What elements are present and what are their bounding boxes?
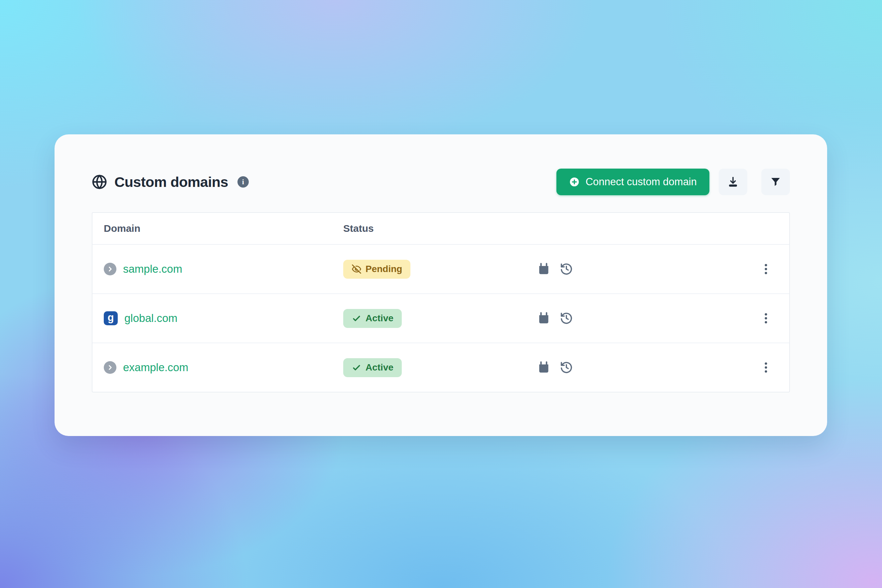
domain-cell: g global.com (104, 311, 343, 325)
domains-table: Domain Status sample.com (92, 212, 790, 393)
domain-cell: example.com (104, 361, 343, 374)
status-badge-label: Pending (366, 264, 402, 274)
status-cell: Active (343, 309, 537, 328)
table-row-global: g global.com Active (93, 293, 789, 342)
check-icon (351, 313, 362, 323)
info-icon[interactable]: i (237, 176, 249, 188)
chevron-right-circle-icon[interactable] (104, 263, 116, 275)
plus-circle-icon (569, 177, 580, 187)
status-badge: Pending (343, 260, 410, 279)
row-menu (754, 262, 778, 276)
status-badge-label: Active (366, 313, 393, 324)
page-title: Custom domains (114, 174, 228, 190)
history-icon[interactable] (560, 361, 573, 374)
domain-link[interactable]: sample.com (123, 263, 182, 275)
status-badge: Active (343, 358, 402, 377)
status-cell: Pending (343, 260, 537, 279)
header-actions: Connect custom domain (556, 169, 790, 195)
card-header: Custom domains i Connect custom domain (92, 168, 790, 196)
history-icon[interactable] (560, 312, 573, 325)
table-row-sample: sample.com Pending (93, 244, 789, 293)
status-cell: Active (343, 358, 537, 377)
domain-link[interactable]: global.com (124, 312, 178, 325)
check-icon (351, 363, 362, 372)
column-header-domain: Domain (104, 223, 343, 234)
history-icon[interactable] (560, 262, 573, 276)
site-favicon-icon: g (104, 311, 118, 325)
download-icon (727, 176, 739, 188)
kebab-menu-icon[interactable] (760, 311, 772, 326)
domain-cell: sample.com (104, 263, 343, 275)
row-actions (537, 312, 754, 325)
card-title-group: Custom domains i (92, 174, 249, 190)
connect-custom-domain-button[interactable]: Connect custom domain (556, 169, 710, 195)
chevron-right-circle-icon[interactable] (104, 361, 116, 374)
table-header-row: Domain Status (93, 213, 789, 244)
calendar-icon[interactable] (537, 361, 550, 374)
kebab-menu-icon[interactable] (760, 262, 772, 276)
status-badge-label: Active (366, 362, 393, 373)
kebab-menu-icon[interactable] (760, 360, 772, 375)
row-actions (537, 262, 754, 276)
row-menu (754, 311, 778, 326)
download-button[interactable] (719, 169, 747, 195)
eye-off-icon (351, 264, 362, 274)
column-header-status: Status (343, 223, 537, 234)
status-badge: Active (343, 309, 402, 328)
custom-domains-card: Custom domains i Connect custom domain (54, 134, 827, 436)
connect-custom-domain-label: Connect custom domain (586, 176, 697, 188)
calendar-icon[interactable] (537, 262, 550, 276)
filter-button[interactable] (761, 169, 790, 195)
row-menu (754, 360, 778, 375)
domain-link[interactable]: example.com (123, 361, 188, 374)
row-actions (537, 361, 754, 374)
table-row-example: example.com Active (93, 342, 789, 392)
filter-icon (770, 176, 782, 188)
globe-icon (92, 174, 107, 190)
calendar-icon[interactable] (537, 312, 550, 325)
gradient-background: Custom domains i Connect custom domain (0, 0, 882, 588)
